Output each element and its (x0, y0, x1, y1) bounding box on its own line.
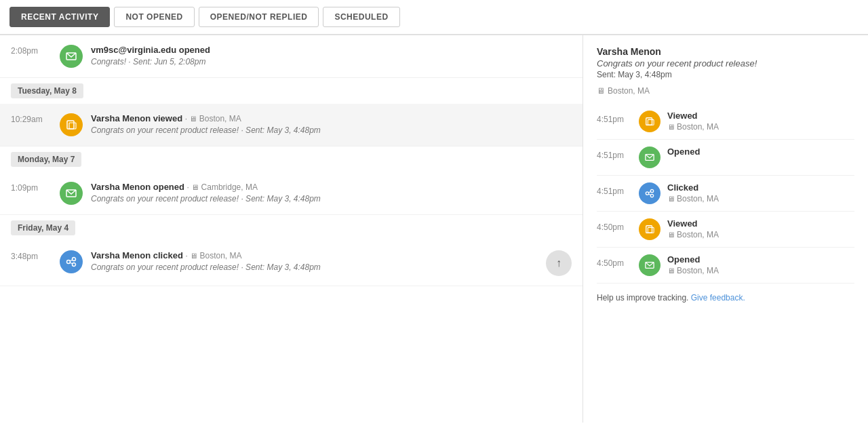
svg-rect-10 (648, 119, 654, 125)
activity-item[interactable]: 10:29amVarsha Menon viewed · 🖥 Boston, M… (0, 104, 583, 147)
right-event-icon-orange (639, 111, 660, 132)
activity-subtitle: Congrats! · Sent: Jun 5, 2:08pm (91, 57, 572, 66)
date-separator: Monday, May 7 (0, 147, 583, 172)
date-separator: Tuesday, May 8 (0, 78, 583, 104)
activity-time: 1:09pm (11, 182, 52, 193)
tab-not-opened[interactable]: NOT OPENED (114, 7, 194, 27)
main-layout: 2:08pmvm9sc@virginia.edu openedCongrats!… (0, 35, 868, 423)
right-event-action: Opened (667, 147, 854, 157)
right-panel: Varsha MenonCongrats on your recent prod… (583, 35, 868, 423)
activity-time: 10:29am (11, 113, 52, 124)
right-activity-row: 4:50pmViewed🖥 Boston, MA (597, 212, 854, 248)
right-activity-row: 4:51pmClicked🖥 Boston, MA (597, 176, 854, 212)
activity-location: · 🖥 Cambridge, MA (187, 182, 258, 192)
svg-line-7 (70, 260, 73, 261)
svg-line-16 (648, 194, 650, 195)
right-event-action: Opened (667, 254, 854, 265)
right-event-location: 🖥 Boston, MA (667, 122, 854, 132)
activity-location: · 🖥 Boston, MA (185, 251, 241, 260)
svg-point-5 (73, 258, 76, 261)
activity-time: 3:48pm (11, 250, 52, 261)
activity-icon-green (60, 182, 83, 205)
feedback-link[interactable]: Give feedback. (691, 293, 745, 303)
right-event-time: 4:51pm (597, 147, 632, 160)
tab-bar: RECENT ACTIVITYNOT OPENEDOPENED/NOT REPL… (0, 0, 868, 35)
tab-recent-activity[interactable]: RECENT ACTIVITY (9, 7, 110, 27)
activity-subtitle: Congrats on your recent product release!… (91, 125, 572, 135)
activity-title: Varsha Menon clicked · 🖥 Boston, MA (91, 250, 539, 260)
svg-point-12 (646, 192, 648, 195)
svg-point-13 (650, 189, 653, 192)
activity-item[interactable]: 2:08pmvm9sc@virginia.edu openedCongrats!… (0, 35, 583, 78)
right-event-info: Opened (667, 147, 854, 157)
date-separator: Friday, May 4 (0, 215, 583, 241)
scroll-top-button[interactable]: ↑ (546, 250, 572, 276)
activity-location: · 🖥 Boston, MA (185, 114, 241, 123)
activity-content: Varsha Menon opened · 🖥 Cambridge, MACon… (91, 182, 572, 203)
date-badge: Tuesday, May 8 (11, 83, 83, 98)
activity-icon-orange (60, 113, 83, 136)
right-event-time: 4:50pm (597, 218, 632, 232)
activity-icon-green (60, 45, 83, 68)
device-icon: 🖥 (667, 267, 675, 275)
right-event-info: Viewed🖥 Boston, MA (667, 218, 854, 239)
right-event-icon-green (639, 254, 660, 276)
activity-subtitle: Congrats on your recent product release!… (91, 194, 572, 203)
activity-icon-blue (60, 250, 83, 273)
right-event-action: Viewed (667, 111, 854, 121)
device-icon: 🖥 (189, 115, 197, 123)
right-event-info: Opened🖥 Boston, MA (667, 254, 854, 275)
date-badge: Monday, May 7 (11, 152, 81, 167)
svg-rect-2 (69, 123, 76, 129)
svg-line-15 (648, 192, 650, 193)
right-panel-location-small: 🖥 Boston, MA (597, 86, 854, 96)
right-activity-row: 4:51pmViewed🖥 Boston, MA (597, 104, 854, 140)
date-badge: Friday, May 4 (11, 220, 75, 235)
svg-point-4 (67, 260, 71, 264)
right-panel-sent: Sent: May 3, 4:48pm (597, 70, 854, 79)
svg-rect-18 (648, 227, 654, 233)
svg-point-6 (73, 263, 76, 267)
right-event-icon-blue (639, 182, 660, 204)
activity-title: Varsha Menon opened · 🖥 Cambridge, MA (91, 182, 572, 192)
right-event-icon-orange (639, 218, 660, 240)
right-event-location: 🖥 Boston, MA (667, 194, 854, 203)
right-event-location: 🖥 Boston, MA (667, 230, 854, 239)
right-event-info: Viewed🖥 Boston, MA (667, 111, 854, 132)
activity-item[interactable]: 1:09pmVarsha Menon opened · 🖥 Cambridge,… (0, 172, 583, 215)
activity-time: 2:08pm (11, 45, 52, 56)
activity-item[interactable]: 3:48pmVarsha Menon clicked · 🖥 Boston, M… (0, 241, 583, 286)
right-event-time: 4:50pm (597, 254, 632, 268)
svg-point-14 (650, 194, 653, 197)
activity-title: vm9sc@virginia.edu opened (91, 45, 572, 55)
device-icon: 🖥 (667, 231, 675, 239)
activity-subtitle: Congrats on your recent product release!… (91, 262, 539, 272)
right-event-info: Clicked🖥 Boston, MA (667, 182, 854, 203)
device-icon: 🖥 (667, 195, 675, 203)
right-event-action: Viewed (667, 218, 854, 229)
svg-line-8 (70, 262, 73, 264)
right-activity-row: 4:50pmOpened🖥 Boston, MA (597, 248, 854, 284)
svg-rect-17 (646, 226, 652, 233)
left-panel: 2:08pmvm9sc@virginia.edu openedCongrats!… (0, 35, 583, 423)
feedback-text: Help us improve tracking. (597, 293, 688, 303)
right-panel-subject: Congrats on your recent product release! (597, 58, 854, 69)
right-event-time: 4:51pm (597, 111, 632, 124)
activity-content: vm9sc@virginia.edu openedCongrats! · Sen… (91, 45, 572, 66)
device-icon: 🖥 (597, 86, 605, 96)
svg-rect-1 (67, 121, 74, 129)
feedback-bar: Help us improve tracking. Give feedback. (597, 284, 854, 305)
activity-content: Varsha Menon clicked · 🖥 Boston, MACongr… (91, 250, 539, 272)
device-icon: 🖥 (667, 123, 675, 131)
tab-scheduled[interactable]: SCHEDULED (323, 7, 399, 27)
device-icon: 🖥 (191, 183, 199, 191)
right-event-action: Clicked (667, 182, 854, 193)
tab-opened-not-replied[interactable]: OPENED/NOT REPLIED (199, 7, 319, 27)
device-icon: 🖥 (190, 252, 197, 260)
right-event-location: 🖥 Boston, MA (667, 266, 854, 275)
right-event-time: 4:51pm (597, 182, 632, 196)
svg-rect-9 (646, 118, 652, 125)
right-panel-contact-name: Varsha Menon (597, 46, 854, 57)
activity-content: Varsha Menon viewed · 🖥 Boston, MACongra… (91, 113, 572, 135)
right-event-icon-green (639, 147, 660, 168)
